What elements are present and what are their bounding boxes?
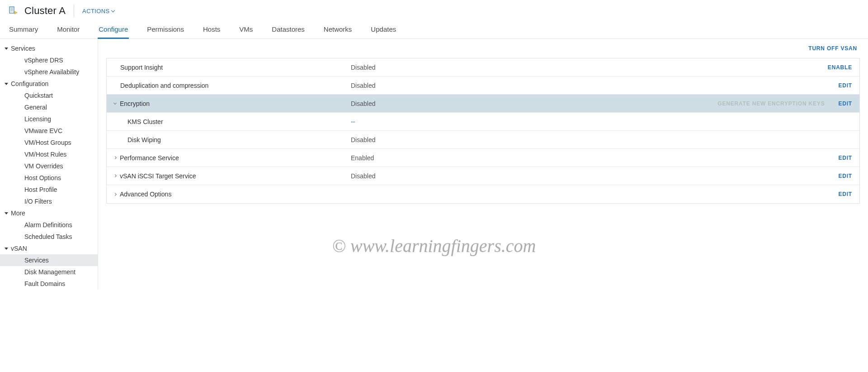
cluster-icon <box>8 6 18 16</box>
row-label-text: Encryption <box>120 100 150 107</box>
sidebar-item-vsphere-availability[interactable]: vSphere Availability <box>0 66 98 78</box>
sidebar-group-configuration[interactable]: Configuration <box>0 78 98 90</box>
row-value: Disabled <box>351 172 523 180</box>
row-label: Encryption <box>107 100 351 107</box>
page-title: Cluster A <box>24 5 66 17</box>
sidebar-item-i-o-filters[interactable]: I/O Filters <box>0 196 98 207</box>
sidebar-item-host-profile[interactable]: Host Profile <box>0 184 98 196</box>
settings-table: Support InsightDisabledENABLEDeduplicati… <box>106 58 860 204</box>
sidebar-group-more[interactable]: More <box>0 207 98 219</box>
row-label: Support Insight <box>107 64 351 71</box>
row-label-text: Deduplication and compression <box>120 82 208 89</box>
chevron-down-icon <box>111 8 114 12</box>
generate-new-encryption-keys-button: GENERATE NEW ENCRYPTION KEYS <box>717 100 825 107</box>
edit-button[interactable]: EDIT <box>838 82 852 89</box>
sidebar-item-fault-domains[interactable]: Fault Domains <box>0 278 98 290</box>
chevron-right-icon[interactable] <box>113 192 117 196</box>
row-value: Disabled <box>351 100 523 107</box>
sidebar-group-vsan[interactable]: vSAN <box>0 243 98 254</box>
row-label: KMS Cluster <box>107 118 351 125</box>
row-label-text: Support Insight <box>120 64 163 71</box>
tab-networks[interactable]: Networks <box>323 23 353 39</box>
sidebar-item-vsphere-drs[interactable]: vSphere DRS <box>0 54 98 66</box>
sidebar-item-scheduled-tasks[interactable]: Scheduled Tasks <box>0 231 98 243</box>
row-label-text: vSAN iSCSI Target Service <box>120 172 196 180</box>
settings-row-dedup-compression: Deduplication and compressionDisabledEDI… <box>107 76 859 95</box>
chevron-right-icon[interactable] <box>113 174 117 177</box>
row-label-text: Disk Wiping <box>127 136 161 143</box>
sidebar-group-label: Configuration <box>11 80 48 87</box>
row-actions: EDIT <box>523 173 852 179</box>
sidebar-item-services[interactable]: Services <box>0 254 98 266</box>
page-header: Cluster A ACTIONS <box>0 0 868 20</box>
row-actions: EDIT <box>523 155 852 161</box>
sidebar-group-label: vSAN <box>11 245 27 252</box>
tab-summary[interactable]: Summary <box>8 23 39 39</box>
row-label-text: KMS Cluster <box>127 118 163 125</box>
settings-row-kms-cluster: KMS Cluster-- <box>107 113 859 131</box>
caret-down-icon <box>5 212 8 215</box>
actions-menu[interactable]: ACTIONS <box>82 8 114 14</box>
sidebar-item-vm-host-rules[interactable]: VM/Host Rules <box>0 148 98 160</box>
svg-rect-0 <box>9 7 14 13</box>
row-label: Deduplication and compression <box>107 82 351 89</box>
edit-button[interactable]: EDIT <box>838 191 852 197</box>
row-label: vSAN iSCSI Target Service <box>107 172 351 180</box>
sidebar: ServicesvSphere DRSvSphere AvailabilityC… <box>0 39 98 290</box>
sidebar-item-vm-overrides[interactable]: VM Overrides <box>0 160 98 172</box>
settings-row-vsan-iscsi-target[interactable]: vSAN iSCSI Target ServiceDisabledEDIT <box>107 167 859 185</box>
tab-configure[interactable]: Configure <box>98 23 129 39</box>
tab-monitor[interactable]: Monitor <box>56 23 80 39</box>
main-pane: TURN OFF VSAN Support InsightDisabledENA… <box>98 39 868 290</box>
tab-datastores[interactable]: Datastores <box>271 23 306 39</box>
tab-updates[interactable]: Updates <box>370 23 397 39</box>
row-value: Enabled <box>351 154 523 162</box>
edit-button[interactable]: EDIT <box>838 100 852 107</box>
row-label: Advanced Options <box>107 191 351 198</box>
tabs: SummaryMonitorConfigurePermissionsHostsV… <box>0 20 868 39</box>
chevron-down-icon[interactable] <box>113 101 117 105</box>
sidebar-item-licensing[interactable]: Licensing <box>0 113 98 125</box>
caret-down-icon <box>5 83 8 85</box>
enable-button[interactable]: ENABLE <box>828 64 852 71</box>
row-actions: ENABLE <box>523 64 852 71</box>
settings-row-support-insight: Support InsightDisabledENABLE <box>107 58 859 76</box>
row-label: Performance Service <box>107 154 351 162</box>
tab-hosts[interactable]: Hosts <box>202 23 221 39</box>
actions-label: ACTIONS <box>82 8 110 14</box>
sidebar-item-quickstart[interactable]: Quickstart <box>0 90 98 101</box>
sidebar-item-general[interactable]: General <box>0 101 98 113</box>
tab-permissions[interactable]: Permissions <box>146 23 185 39</box>
sidebar-item-vm-host-groups[interactable]: VM/Host Groups <box>0 137 98 148</box>
sidebar-item-alarm-definitions[interactable]: Alarm Definitions <box>0 219 98 231</box>
sidebar-group-label: Services <box>11 45 35 52</box>
row-label-text: Performance Service <box>120 154 179 162</box>
row-value[interactable]: -- <box>351 118 523 125</box>
turn-off-vsan-button[interactable]: TURN OFF VSAN <box>106 43 860 58</box>
row-value: Disabled <box>351 64 523 71</box>
sidebar-group-services[interactable]: Services <box>0 43 98 54</box>
tab-vms[interactable]: VMs <box>238 23 254 39</box>
settings-row-disk-wiping: Disk WipingDisabled <box>107 131 859 149</box>
settings-row-advanced-options[interactable]: Advanced OptionsEDIT <box>107 185 859 203</box>
edit-button[interactable]: EDIT <box>838 173 852 179</box>
svg-marker-4 <box>14 11 17 14</box>
sidebar-group-label: More <box>11 210 25 217</box>
row-actions: EDIT <box>523 82 852 89</box>
row-actions: EDIT <box>523 191 852 197</box>
row-value: Disabled <box>351 82 523 89</box>
sidebar-item-vmware-evc[interactable]: VMware EVC <box>0 125 98 137</box>
row-label-text: Advanced Options <box>120 191 171 198</box>
caret-down-icon <box>5 48 8 50</box>
edit-button[interactable]: EDIT <box>838 155 852 161</box>
row-value: Disabled <box>351 136 523 143</box>
row-actions: GENERATE NEW ENCRYPTION KEYSEDIT <box>523 100 852 107</box>
caret-down-icon <box>5 248 8 250</box>
divider <box>74 5 74 17</box>
row-label: Disk Wiping <box>107 136 351 143</box>
settings-row-performance-service[interactable]: Performance ServiceEnabledEDIT <box>107 149 859 167</box>
chevron-right-icon[interactable] <box>113 156 117 159</box>
sidebar-item-disk-management[interactable]: Disk Management <box>0 266 98 278</box>
settings-row-encryption[interactable]: EncryptionDisabledGENERATE NEW ENCRYPTIO… <box>107 95 859 113</box>
sidebar-item-host-options[interactable]: Host Options <box>0 172 98 184</box>
